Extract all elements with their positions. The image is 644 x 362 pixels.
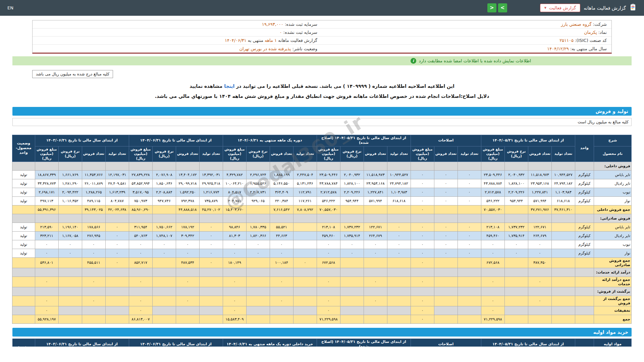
value-cell: [176, 162, 199, 170]
value-cell: [270, 315, 293, 323]
value-cell: [364, 268, 387, 277]
value-cell: ۰: [176, 277, 199, 287]
value-cell: [199, 306, 223, 315]
raw-materials-table-wrap: مواد اولیهواحداز ابتدای سال مالی تا تاری…: [12, 339, 632, 347]
value-cell: [152, 257, 176, 268]
value-cell: ۰: [35, 240, 58, 249]
value-cell: ۰: [528, 240, 552, 249]
value-cell: ۰: [223, 240, 246, 249]
value-cell: ۱,۷۴۸,۱۰۷: [152, 231, 176, 240]
value-cell: [58, 214, 82, 223]
row-label-cell: نوار: [594, 196, 632, 205]
value-cell: [176, 268, 199, 277]
value-cell: ۱,۵۹۲,۲۵۰: [176, 188, 199, 196]
value-cell: ۲,۴۴۷,۵۰۴: [293, 170, 317, 179]
next-report-button[interactable]: >: [498, 3, 507, 12]
value-cell: ۰: [317, 306, 340, 315]
info-label: نماد:: [597, 30, 607, 35]
report-nav: > <: [487, 3, 507, 12]
value-cell: [552, 162, 575, 170]
value-cell: ۴۴,۸۸۸,۵۱۸: [176, 205, 199, 214]
value-cell: ۱,۷۳۷,۲۳۲: [340, 223, 364, 231]
value-cell: [176, 306, 199, 315]
value-cell: [105, 277, 129, 287]
value-cell: ۲,۲۰۹,۲۲۶: [505, 188, 528, 196]
value-cell: ۹۸,۸۴۶: [223, 223, 246, 231]
table-row: تخفیفات۰۰۰۰۰۰: [12, 306, 631, 315]
value-cell: [528, 162, 552, 170]
value-cell: ۲۲۰,۳۸۴: [270, 196, 293, 205]
info-value: گروه صنعتي بارز: [561, 22, 592, 27]
value-cell: ۰: [387, 249, 411, 257]
value-cell: [411, 162, 434, 170]
value-cell: [82, 162, 105, 170]
value-cell: [223, 268, 246, 277]
value-cell: [340, 277, 364, 287]
value-cell: [458, 257, 481, 268]
value-cell: [528, 315, 552, 323]
value-cell: ۷,۸۰۸,۷۹۲: [293, 205, 317, 214]
value-cell: ۶۷۲,۵۶۸: [317, 257, 340, 268]
previous-version-link[interactable]: اینجا: [224, 83, 234, 89]
value-cell: ۲۷۶,۹۴۵: [82, 231, 105, 240]
info-field: شرکت: گروه صنعتي بارز: [322, 21, 611, 27]
info-value: ۱۴۰۴/۱۲/۲۹: [547, 46, 569, 51]
value-cell: [364, 306, 387, 315]
value-cell: [317, 214, 340, 223]
value-cell: ۱,۹۵۵,۵۲۶: [246, 179, 270, 188]
value-cell: [152, 277, 176, 287]
prev-report-button[interactable]: <: [487, 3, 496, 12]
column-header: مبلغ فروش (میلیون ریال): [35, 146, 58, 162]
value-cell: [458, 205, 481, 214]
value-cell: [293, 162, 317, 170]
column-header: مبلغ فروش (میلیون ریال): [317, 146, 340, 162]
value-cell: [387, 214, 411, 223]
value-cell: [129, 162, 152, 170]
section-production-sales: تولید و فروش: [12, 107, 632, 116]
value-cell: [35, 162, 58, 170]
value-cell: [387, 257, 411, 268]
group-header: خرید داخلی دوره یک ماهه منتهی به ۱۴۰۴/۰۶…: [223, 339, 317, 347]
company-info-row: نماد: پکرمانسرمایه ثبت نشده: ۰: [33, 28, 611, 37]
unit-cell: کیلوگرم: [575, 223, 594, 231]
table-row: تایر بایاسکیلوگرم۱۰,۹۴۴,۵۲۷۱۱,۵۱۸,۹۷۳۲,۰…: [12, 170, 631, 179]
language-toggle-en[interactable]: EN: [7, 5, 13, 10]
value-cell: ۰: [35, 277, 58, 287]
unit-cell: [575, 315, 594, 323]
value-cell: ۰: [176, 296, 199, 306]
unit-cell: کیلوگرم: [575, 196, 594, 205]
value-cell: ۰: [82, 249, 105, 257]
section-row: درآمد ارائه خدمات:: [12, 268, 631, 277]
value-cell: [246, 315, 270, 323]
value-cell: ۲۴,۷۹۴,۱۸۲: [387, 179, 411, 188]
value-cell: [129, 268, 152, 277]
group-header: اصلاحات: [411, 339, 481, 347]
value-cell: ۰: [458, 223, 481, 231]
value-cell: ۵۳۶,۸۰۱: [35, 257, 58, 268]
value-cell: ۲۶۴,۶۷۹: [364, 231, 387, 240]
value-cell: [176, 287, 199, 296]
report-icon[interactable]: [629, 4, 637, 12]
value-cell: ۲,۰۴۰,۹۳۲: [505, 170, 528, 179]
value-cell: [364, 257, 387, 268]
value-cell: ۴۴,۶۶۳: [270, 231, 293, 240]
value-cell: ۱,۱۶۷,۰۵۸: [58, 231, 82, 240]
column-header: تعداد فروش: [270, 146, 293, 162]
value-cell: ۱۳,۴۰۴,۱۷۲: [176, 170, 199, 179]
value-cell: [434, 287, 458, 296]
report-type-dropdown[interactable]: گزارش فعالیت ▼: [540, 4, 581, 12]
table-row: جمع درآمد ارائه خدمات۰۰۰۰۰۰۰۰۰۰۰: [12, 277, 631, 287]
value-cell: ۸۵۲,۷۱۷: [129, 257, 152, 268]
value-cell: [387, 205, 411, 214]
value-cell: ۰: [129, 277, 152, 287]
column-header: نرخ فروش (ریال): [340, 146, 364, 162]
value-cell: ۴۵,۲۷۰,۱۰۲: [199, 205, 223, 214]
value-cell: ۱,۸۲۸,۱۰۰: [340, 179, 364, 188]
value-cell: ۰: [411, 296, 434, 306]
value-cell: ۰: [223, 296, 246, 306]
value-cell: ۰: [411, 205, 434, 214]
row-label-cell: نوار: [594, 249, 632, 257]
value-cell: ۰: [411, 306, 434, 315]
column-header: تعداد تولید: [387, 146, 411, 162]
unit-cell: [575, 277, 594, 287]
